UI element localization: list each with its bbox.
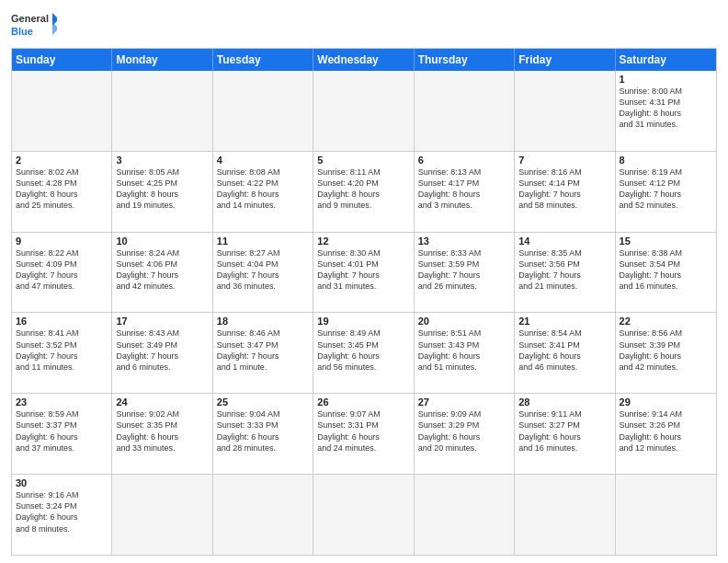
calendar-cell	[313, 71, 414, 151]
calendar-cell: 3Sunrise: 8:05 AM Sunset: 4:25 PM Daylig…	[112, 152, 212, 232]
calendar-cell: 20Sunrise: 8:51 AM Sunset: 3:43 PM Dayli…	[415, 313, 515, 393]
day-number: 14	[518, 236, 610, 247]
calendar-cell: 13Sunrise: 8:33 AM Sunset: 3:59 PM Dayli…	[415, 233, 515, 313]
calendar-cell: 18Sunrise: 8:46 AM Sunset: 3:47 PM Dayli…	[213, 313, 313, 393]
cell-info: Sunrise: 8:13 AM Sunset: 4:17 PM Dayligh…	[418, 167, 510, 212]
day-number: 10	[116, 236, 208, 247]
day-number: 8	[620, 155, 712, 166]
day-number: 6	[418, 155, 510, 166]
cell-info: Sunrise: 8:56 AM Sunset: 3:39 PM Dayligh…	[620, 327, 712, 373]
page: General Blue SundayMondayTuesdayWednesda…	[0, 0, 728, 563]
calendar-cell	[112, 475, 212, 555]
day-number: 20	[418, 316, 510, 327]
calendar-cell: 23Sunrise: 8:59 AM Sunset: 3:37 PM Dayli…	[12, 394, 112, 474]
day-number: 24	[116, 396, 208, 408]
cell-info: Sunrise: 9:04 AM Sunset: 3:33 PM Dayligh…	[217, 408, 309, 454]
calendar-cell	[515, 475, 615, 555]
day-number: 2	[16, 155, 108, 166]
calendar-cell: 9Sunrise: 8:22 AM Sunset: 4:09 PM Daylig…	[12, 233, 112, 313]
calendar: SundayMondayTuesdayWednesdayThursdayFrid…	[11, 48, 717, 556]
calendar-cell	[415, 71, 515, 151]
logo: General Blue	[11, 9, 57, 42]
calendar-row-3: 16Sunrise: 8:41 AM Sunset: 3:52 PM Dayli…	[12, 313, 716, 394]
day-number: 23	[16, 396, 108, 408]
calendar-body: 1Sunrise: 8:00 AM Sunset: 4:31 PM Daylig…	[12, 71, 716, 555]
cell-info: Sunrise: 8:46 AM Sunset: 3:47 PM Dayligh…	[217, 327, 309, 373]
calendar-cell	[515, 71, 615, 151]
cell-info: Sunrise: 9:14 AM Sunset: 3:26 PM Dayligh…	[620, 408, 712, 454]
header-day-monday: Monday	[112, 49, 212, 71]
calendar-cell	[112, 71, 212, 151]
svg-marker-3	[52, 22, 57, 35]
day-number: 11	[217, 236, 309, 247]
day-number: 9	[16, 236, 108, 247]
calendar-cell: 26Sunrise: 9:07 AM Sunset: 3:31 PM Dayli…	[313, 394, 414, 474]
cell-info: Sunrise: 8:41 AM Sunset: 3:52 PM Dayligh…	[16, 327, 108, 373]
calendar-header: SundayMondayTuesdayWednesdayThursdayFrid…	[12, 49, 716, 71]
calendar-row-1: 2Sunrise: 8:02 AM Sunset: 4:28 PM Daylig…	[12, 152, 716, 233]
day-number: 25	[217, 396, 309, 408]
cell-info: Sunrise: 8:27 AM Sunset: 4:04 PM Dayligh…	[217, 247, 309, 293]
day-number: 12	[317, 236, 409, 247]
day-number: 1	[620, 74, 712, 85]
calendar-cell	[213, 71, 313, 151]
header-day-saturday: Saturday	[616, 49, 716, 71]
day-number: 26	[317, 396, 409, 408]
calendar-row-0: 1Sunrise: 8:00 AM Sunset: 4:31 PM Daylig…	[12, 71, 716, 152]
logo-svg: General Blue	[11, 9, 57, 42]
header-day-sunday: Sunday	[12, 49, 112, 71]
cell-info: Sunrise: 9:11 AM Sunset: 3:27 PM Dayligh…	[518, 408, 610, 454]
cell-info: Sunrise: 8:54 AM Sunset: 3:41 PM Dayligh…	[518, 327, 610, 373]
day-number: 17	[116, 316, 208, 327]
calendar-cell: 1Sunrise: 8:00 AM Sunset: 4:31 PM Daylig…	[616, 71, 716, 151]
cell-info: Sunrise: 8:49 AM Sunset: 3:45 PM Dayligh…	[317, 327, 409, 373]
calendar-cell: 5Sunrise: 8:11 AM Sunset: 4:20 PM Daylig…	[313, 152, 414, 232]
calendar-cell: 15Sunrise: 8:38 AM Sunset: 3:54 PM Dayli…	[616, 233, 716, 313]
day-number: 7	[518, 155, 610, 166]
cell-info: Sunrise: 8:30 AM Sunset: 4:01 PM Dayligh…	[317, 247, 409, 293]
cell-info: Sunrise: 8:43 AM Sunset: 3:49 PM Dayligh…	[116, 327, 208, 373]
calendar-cell: 8Sunrise: 8:19 AM Sunset: 4:12 PM Daylig…	[616, 152, 716, 232]
calendar-cell	[12, 71, 112, 151]
header: General Blue	[11, 9, 717, 42]
calendar-cell: 17Sunrise: 8:43 AM Sunset: 3:49 PM Dayli…	[112, 313, 212, 393]
calendar-cell: 27Sunrise: 9:09 AM Sunset: 3:29 PM Dayli…	[415, 394, 515, 474]
calendar-cell: 16Sunrise: 8:41 AM Sunset: 3:52 PM Dayli…	[12, 313, 112, 393]
day-number: 18	[217, 316, 309, 327]
header-day-thursday: Thursday	[415, 49, 515, 71]
calendar-cell: 19Sunrise: 8:49 AM Sunset: 3:45 PM Dayli…	[313, 313, 414, 393]
calendar-row-4: 23Sunrise: 8:59 AM Sunset: 3:37 PM Dayli…	[12, 394, 716, 475]
calendar-cell: 29Sunrise: 9:14 AM Sunset: 3:26 PM Dayli…	[616, 394, 716, 474]
svg-text:General: General	[11, 13, 49, 24]
cell-info: Sunrise: 9:16 AM Sunset: 3:24 PM Dayligh…	[16, 489, 108, 534]
calendar-cell	[213, 475, 313, 555]
day-number: 30	[16, 477, 108, 488]
header-day-tuesday: Tuesday	[213, 49, 313, 71]
calendar-cell: 25Sunrise: 9:04 AM Sunset: 3:33 PM Dayli…	[213, 394, 313, 474]
cell-info: Sunrise: 8:59 AM Sunset: 3:37 PM Dayligh…	[16, 408, 108, 454]
calendar-cell: 10Sunrise: 8:24 AM Sunset: 4:06 PM Dayli…	[112, 233, 212, 313]
cell-info: Sunrise: 8:24 AM Sunset: 4:06 PM Dayligh…	[116, 247, 208, 293]
cell-info: Sunrise: 8:05 AM Sunset: 4:25 PM Dayligh…	[116, 167, 208, 212]
calendar-cell: 24Sunrise: 9:02 AM Sunset: 3:35 PM Dayli…	[112, 394, 212, 474]
day-number: 16	[16, 316, 108, 327]
calendar-cell: 2Sunrise: 8:02 AM Sunset: 4:28 PM Daylig…	[12, 152, 112, 232]
calendar-cell: 22Sunrise: 8:56 AM Sunset: 3:39 PM Dayli…	[616, 313, 716, 393]
day-number: 19	[317, 316, 409, 327]
cell-info: Sunrise: 8:19 AM Sunset: 4:12 PM Dayligh…	[620, 167, 712, 212]
cell-info: Sunrise: 8:16 AM Sunset: 4:14 PM Dayligh…	[518, 167, 610, 212]
day-number: 22	[620, 316, 712, 327]
calendar-cell	[313, 475, 414, 555]
calendar-cell: 11Sunrise: 8:27 AM Sunset: 4:04 PM Dayli…	[213, 233, 313, 313]
cell-info: Sunrise: 9:07 AM Sunset: 3:31 PM Dayligh…	[317, 408, 409, 454]
day-number: 21	[518, 316, 610, 327]
calendar-cell: 6Sunrise: 8:13 AM Sunset: 4:17 PM Daylig…	[415, 152, 515, 232]
cell-info: Sunrise: 8:35 AM Sunset: 3:56 PM Dayligh…	[518, 247, 610, 293]
day-number: 3	[116, 155, 208, 166]
cell-info: Sunrise: 9:09 AM Sunset: 3:29 PM Dayligh…	[418, 408, 510, 454]
calendar-cell: 12Sunrise: 8:30 AM Sunset: 4:01 PM Dayli…	[313, 233, 414, 313]
calendar-cell	[616, 475, 716, 555]
day-number: 5	[317, 155, 409, 166]
cell-info: Sunrise: 9:02 AM Sunset: 3:35 PM Dayligh…	[116, 408, 208, 454]
day-number: 13	[418, 236, 510, 247]
